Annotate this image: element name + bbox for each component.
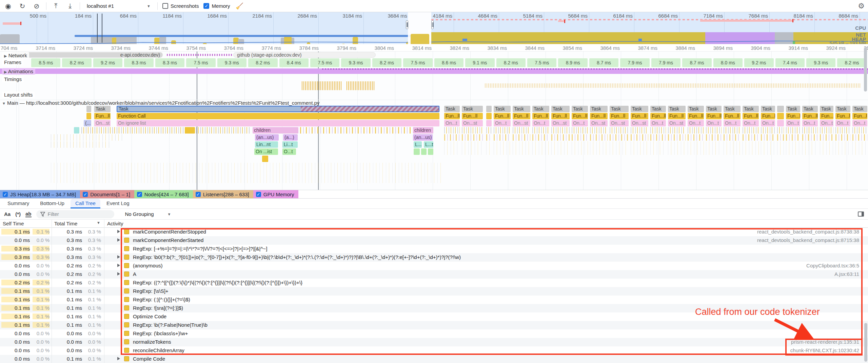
save-profile-icon[interactable]: ⤓ bbox=[65, 2, 75, 10]
activity-header[interactable]: Activity bbox=[107, 221, 123, 226]
function-call-event[interactable] bbox=[86, 113, 91, 119]
flame-event[interactable] bbox=[185, 127, 195, 134]
frame-duration-cell[interactable]: 7.9 ms bbox=[651, 58, 680, 67]
function-call-event[interactable]: Fun...ll bbox=[743, 113, 759, 119]
anonymous-event[interactable]: (an...us) bbox=[255, 134, 279, 141]
ignore-list-event[interactable]: On...t bbox=[852, 120, 867, 126]
timeline-overview[interactable]: 500 ms184 ms684 ms1184 ms1684 ms2184 ms2… bbox=[0, 12, 868, 44]
task-event[interactable] bbox=[777, 106, 784, 112]
frame-duration-cell[interactable]: 8.2 ms bbox=[496, 58, 526, 67]
ignore-list-event[interactable]: On...t bbox=[572, 120, 588, 126]
frame-duration-cell[interactable]: 8.2 ms bbox=[372, 58, 401, 67]
function-call-event[interactable]: Fun...ll bbox=[835, 113, 850, 119]
function-call-event[interactable]: Fun...ll bbox=[802, 113, 818, 119]
line-content-event[interactable]: Lin...nt bbox=[255, 141, 278, 148]
ignore-list-event[interactable]: On...t bbox=[688, 120, 704, 126]
total-time-header[interactable]: Total Time bbox=[54, 221, 77, 226]
ignore-list-event[interactable]: On...st bbox=[462, 120, 483, 126]
tab-event-log[interactable]: Event Log bbox=[102, 199, 134, 208]
activity-label[interactable]: Compile Code bbox=[133, 356, 165, 362]
function-call-event[interactable]: Fun...ll bbox=[590, 113, 608, 119]
ignore-list-event[interactable]: On...st bbox=[610, 120, 629, 126]
on-list-event[interactable]: On ...ist bbox=[254, 148, 278, 155]
frame-duration-cell[interactable]: 8.6 ms bbox=[434, 58, 463, 67]
frame-duration-cell[interactable]: 9.3 ms bbox=[217, 58, 246, 67]
function-call-event[interactable]: Fun...ll bbox=[688, 113, 704, 119]
ignore-list-event[interactable]: On...st bbox=[631, 120, 648, 126]
grouping-select[interactable]: No Grouping ▼ bbox=[119, 211, 171, 217]
filter-input[interactable]: Filter bbox=[36, 210, 114, 218]
frame-duration-cell[interactable]: 8.7 ms bbox=[682, 58, 711, 67]
task-event[interactable]: Task bbox=[572, 106, 588, 112]
screenshots-checkbox[interactable] bbox=[162, 3, 168, 9]
show-heaviest-stack-icon[interactable] bbox=[858, 211, 864, 217]
load-profile-icon[interactable]: ⤒ bbox=[51, 2, 61, 10]
frame-duration-cell[interactable]: 7.5 ms bbox=[310, 58, 339, 67]
timings-track[interactable]: Timings bbox=[0, 75, 868, 91]
function-call-event[interactable]: Fun...ll bbox=[532, 113, 549, 119]
main-thread-flame-chart[interactable]: TaskTaskFun...llFunction Call(...On...st… bbox=[0, 106, 868, 190]
function-call-event[interactable]: Fun...ll bbox=[94, 113, 111, 119]
frame-duration-cell[interactable]: 8.3 ms bbox=[124, 58, 153, 67]
task-event[interactable]: Task bbox=[513, 106, 530, 112]
table-row[interactable]: 0.0 ms0.0 %0.1 ms0.1 %Compile Code bbox=[0, 355, 868, 363]
frames-track[interactable]: 8.5 ms8.2 ms9.2 ms8.3 ms8.3 ms7.5 ms9.3 … bbox=[0, 58, 868, 67]
ignore-list-event[interactable]: On...t bbox=[802, 120, 818, 126]
on-list-event[interactable] bbox=[428, 148, 433, 155]
ignore-list-event[interactable]: On...st bbox=[668, 120, 686, 126]
ignore-list-event[interactable]: On...t bbox=[650, 120, 666, 126]
frame-duration-cell[interactable]: 7.5 ms bbox=[186, 58, 215, 67]
ignore-list-event[interactable]: On...t bbox=[494, 120, 511, 126]
frame-duration-cell[interactable]: 8.2 ms bbox=[837, 58, 866, 67]
task-event[interactable]: Task bbox=[94, 106, 111, 112]
frame-duration-cell[interactable]: 8.7 ms bbox=[589, 58, 618, 67]
ignore-list-event[interactable]: On...t bbox=[786, 120, 800, 126]
memory-counter-toggle[interactable]: ✓Documents[1 – 1] bbox=[80, 190, 134, 198]
function-call-event[interactable]: Fun...ll bbox=[852, 113, 867, 119]
task-event[interactable]: Task bbox=[852, 106, 867, 112]
function-call-event[interactable]: Fun...ll bbox=[572, 113, 588, 119]
task-event[interactable]: Task bbox=[688, 106, 704, 112]
animations-track-label[interactable]: ▶ Animations bbox=[2, 68, 35, 75]
task-event[interactable]: Task bbox=[743, 106, 759, 112]
frame-duration-cell[interactable]: 8.4 ms bbox=[279, 58, 309, 67]
task-event[interactable]: Task bbox=[590, 106, 608, 112]
network-request-bar[interactable]: github (stage-api.codecov.dev) bbox=[233, 52, 376, 58]
ignore-list-event[interactable] bbox=[486, 120, 492, 126]
anonymous-event[interactable]: (a...) bbox=[283, 134, 298, 141]
on-list-event[interactable]: O...t bbox=[282, 148, 296, 155]
task-event[interactable] bbox=[86, 106, 91, 112]
ignore-list-event[interactable]: On...t bbox=[761, 120, 775, 126]
task-event[interactable]: Task bbox=[802, 106, 818, 112]
line-content-event[interactable]: L...t bbox=[424, 141, 433, 148]
line-content-event[interactable]: Li...t bbox=[282, 141, 298, 148]
function-call-event[interactable]: Fun...ll bbox=[786, 113, 800, 119]
tab-bottom-up[interactable]: Bottom-Up bbox=[35, 199, 69, 208]
ignore-list-event[interactable]: On...t bbox=[444, 120, 460, 126]
task-event[interactable]: Task bbox=[786, 106, 800, 112]
task-event[interactable]: Task bbox=[724, 106, 741, 112]
function-call-event[interactable]: Fun...ll bbox=[820, 113, 833, 119]
function-call-event[interactable]: Fun...ll bbox=[494, 113, 511, 119]
ignore-list-event[interactable]: On...t bbox=[532, 120, 549, 126]
task-event[interactable]: Task bbox=[706, 106, 722, 112]
tracks-scrollbar-thumb[interactable] bbox=[864, 47, 867, 92]
function-call-event[interactable]: Fun...ll bbox=[631, 113, 648, 119]
counter-checkbox[interactable]: ✓ bbox=[3, 192, 8, 197]
frame-duration-cell[interactable]: 9.2 ms bbox=[93, 58, 122, 67]
tab-summary[interactable]: Summary bbox=[3, 199, 34, 208]
function-call-event[interactable]: Fun...ll bbox=[650, 113, 666, 119]
network-request-bar[interactable]: e-api.codecov.dev) bbox=[10, 52, 163, 58]
task-event[interactable]: Task bbox=[462, 106, 483, 112]
children-event[interactable]: children bbox=[413, 127, 433, 134]
ignore-list-event[interactable]: On...st bbox=[94, 120, 111, 126]
function-call-event[interactable] bbox=[486, 113, 492, 119]
children-event[interactable]: children bbox=[253, 127, 298, 134]
gear-icon[interactable]: ⚙ bbox=[858, 2, 865, 11]
task-event[interactable]: Task bbox=[761, 106, 775, 112]
expand-triangle-icon[interactable] bbox=[117, 272, 120, 276]
frame-duration-cell[interactable]: 7.9 ms bbox=[620, 58, 649, 67]
function-call-event[interactable]: Fun...ll bbox=[724, 113, 741, 119]
function-call-event[interactable]: Fun...ll bbox=[513, 113, 530, 119]
frame-duration-cell[interactable]: 8.3 ms bbox=[155, 58, 184, 67]
